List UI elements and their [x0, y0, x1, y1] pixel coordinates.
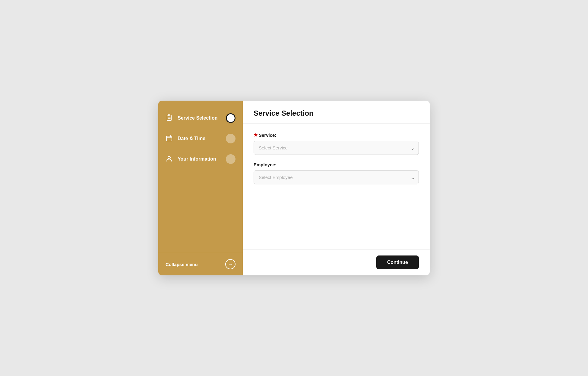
employee-form-group: Employee: Select Employee ⌄ — [254, 162, 419, 184]
clipboard-icon — [166, 114, 173, 122]
sidebar: Service Selection Date & Time — [158, 101, 243, 275]
main-header: Service Selection — [243, 101, 430, 124]
sidebar-item-date-time[interactable]: Date & Time — [158, 128, 243, 149]
svg-rect-4 — [166, 136, 172, 141]
person-icon — [166, 155, 173, 163]
service-select-wrapper: Select Service ⌄ — [254, 141, 419, 155]
collapse-menu-label: Collapse menu — [166, 262, 225, 267]
service-select[interactable]: Select Service — [254, 141, 419, 155]
service-label: ★ Service: — [254, 132, 419, 138]
calendar-icon — [166, 135, 173, 143]
main-content: Service Selection ★ Service: Select Serv… — [243, 101, 430, 275]
employee-select[interactable]: Select Employee — [254, 170, 419, 184]
sidebar-item-label-your-information: Your Information — [178, 156, 226, 162]
service-form-group: ★ Service: Select Service ⌄ — [254, 132, 419, 155]
modal: Service Selection Date & Time — [158, 101, 430, 275]
employee-label: Employee: — [254, 162, 419, 167]
employee-select-wrapper: Select Employee ⌄ — [254, 170, 419, 184]
main-footer: Continue — [243, 249, 430, 275]
continue-button[interactable]: Continue — [376, 255, 419, 269]
sidebar-item-your-information[interactable]: Your Information — [158, 149, 243, 169]
sidebar-item-indicator-service-selection — [226, 113, 236, 123]
collapse-menu-button[interactable]: Collapse menu → — [158, 253, 243, 275]
svg-point-8 — [168, 156, 170, 159]
sidebar-nav: Service Selection Date & Time — [158, 101, 243, 253]
sidebar-item-label-service-selection: Service Selection — [178, 115, 226, 121]
sidebar-item-indicator-your-information — [226, 154, 236, 164]
sidebar-item-indicator-date-time — [226, 134, 236, 143]
page-title: Service Selection — [254, 109, 419, 118]
arrow-right-icon: → — [225, 259, 236, 269]
service-required-star: ★ — [254, 132, 258, 138]
sidebar-item-label-date-time: Date & Time — [178, 136, 226, 141]
sidebar-item-service-selection[interactable]: Service Selection — [158, 108, 243, 128]
form-area: ★ Service: Select Service ⌄ Employee: — [243, 124, 430, 249]
